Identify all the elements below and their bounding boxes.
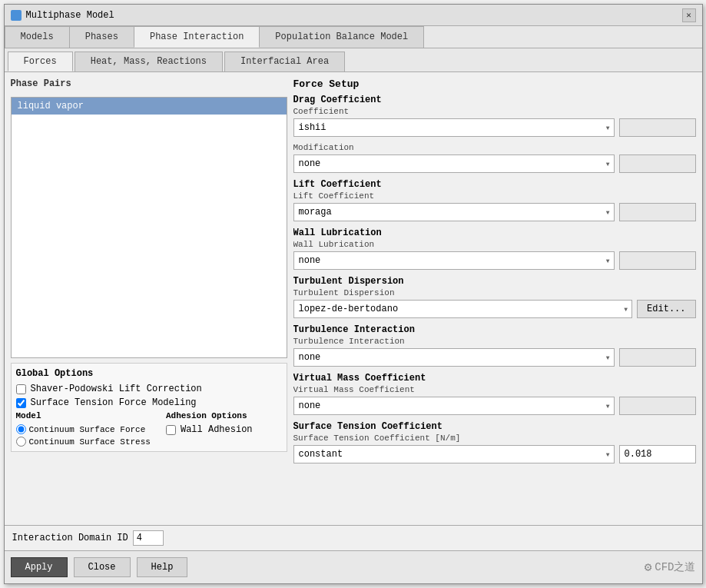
virtual-mass-row: none — [293, 397, 696, 415]
adhesion-section: Adhesion Options Wall Adhesion — [166, 411, 253, 447]
virtual-mass-title: Virtual Mass Coefficient — [293, 373, 696, 384]
model-section: Model Continuum Surface Force Continuum … — [16, 411, 151, 447]
virtual-mass-section: Virtual Mass Coefficient Virtual Mass Co… — [293, 373, 696, 415]
wall-adhesion-checkbox[interactable] — [166, 425, 176, 435]
phase-pairs-label: Phase Pairs — [11, 78, 287, 89]
modification-subtitle: Modification — [293, 143, 696, 152]
force-setup-title: Force Setup — [293, 78, 696, 90]
wall-adhesion-label: Wall Adhesion — [181, 424, 253, 435]
interaction-domain-label: Interaction Domain ID — [12, 533, 128, 543]
watermark-icon: ⚙ — [645, 560, 652, 575]
modification-section: Modification none — [293, 143, 696, 173]
tab-models[interactable]: Models — [5, 26, 70, 48]
drag-coefficient-select[interactable]: none ishii schiller-naumann morsi-alexan… — [293, 118, 615, 137]
virtual-mass-select[interactable]: none — [293, 397, 615, 415]
continuum-surface-stress-radio[interactable] — [16, 437, 26, 447]
surface-tension-title: Surface Tension Coefficient — [293, 421, 696, 432]
turbulence-interaction-input[interactable] — [619, 348, 696, 367]
drag-coefficient-section: Drag Coefficient Coefficient none ishii … — [293, 95, 696, 137]
turbulent-dispersion-select[interactable]: none lopez-de-bertodano simonin — [293, 300, 633, 318]
surface-tension-value-input[interactable] — [619, 445, 696, 463]
surface-tension-force-label: Surface Tension Force Modeling — [31, 397, 197, 408]
wall-lubrication-title: Wall Lubrication — [293, 228, 696, 238]
phase-pair-item-liquid-vapor[interactable]: liquid vapor — [12, 98, 287, 115]
sub-tab-bar: Forces Heat, Mass, Reactions Interfacial… — [5, 48, 702, 72]
turbulent-dispersion-edit-button[interactable]: Edit... — [637, 300, 695, 318]
left-panel: Phase Pairs liquid vapor Global Options … — [11, 78, 287, 519]
wall-lubrication-input[interactable] — [619, 251, 696, 270]
lift-coefficient-row: none moraga legendre-magnaudet — [293, 203, 696, 221]
shaver-podowski-label: Shaver-Podowski Lift Correction — [31, 384, 202, 394]
surface-tension-subtitle: Surface Tension Coefficient [N/m] — [293, 434, 696, 443]
virtual-mass-subtitle: Virtual Mass Coefficient — [293, 385, 696, 394]
adhesion-section-title: Adhesion Options — [166, 411, 253, 420]
action-buttons-bar: Apply Close Help ⚙ CFD之道 — [5, 550, 702, 583]
phase-pairs-list: liquid vapor — [11, 97, 287, 358]
turbulent-dispersion-subtitle: Turbulent Dispersion — [293, 288, 696, 297]
wall-lubrication-section: Wall Lubrication Wall Lubrication none a… — [293, 228, 696, 270]
interaction-domain-input[interactable] — [133, 530, 164, 546]
global-options-panel: Global Options Shaver-Podowski Lift Corr… — [11, 363, 287, 452]
subtab-interfacial-area[interactable]: Interfacial Area — [224, 51, 345, 71]
continuum-surface-stress-row: Continuum Surface Stress — [16, 437, 151, 447]
tab-phase-interaction[interactable]: Phase Interaction — [134, 26, 260, 48]
lift-coefficient-select[interactable]: none moraga legendre-magnaudet — [293, 203, 615, 221]
model-section-title: Model — [16, 411, 151, 420]
turbulence-interaction-row: none — [293, 348, 696, 367]
subtab-heat-mass[interactable]: Heat, Mass, Reactions — [75, 51, 223, 71]
model-adhesion-row: Model Continuum Surface Force Continuum … — [16, 411, 282, 447]
turbulence-interaction-subtitle: Turbulence Interaction — [293, 337, 696, 346]
drag-coefficient-row: none ishii schiller-naumann morsi-alexan… — [293, 118, 696, 137]
subtab-forces[interactable]: Forces — [8, 51, 73, 71]
turbulent-dispersion-title: Turbulent Dispersion — [293, 276, 696, 287]
modification-input[interactable] — [619, 154, 696, 173]
wall-lubrication-row: none antal — [293, 251, 696, 270]
drag-coefficient-select-wrapper: none ishii schiller-naumann morsi-alexan… — [293, 118, 615, 137]
surface-tension-force-checkbox[interactable] — [16, 398, 26, 408]
turbulence-interaction-select[interactable]: none — [293, 348, 615, 367]
force-setup-scroll: Drag Coefficient Coefficient none ishii … — [293, 95, 696, 519]
lift-coefficient-select-wrapper: none moraga legendre-magnaudet — [293, 203, 615, 221]
wall-adhesion-row: Wall Adhesion — [166, 424, 253, 435]
drag-coefficient-title: Drag Coefficient — [293, 95, 696, 105]
continuum-surface-force-radio[interactable] — [16, 424, 26, 434]
wall-lubrication-select-wrapper: none antal — [293, 251, 615, 270]
help-button[interactable]: Help — [137, 557, 188, 577]
interaction-domain-row: Interaction Domain ID — [12, 530, 164, 546]
wall-lubrication-select[interactable]: none antal — [293, 251, 615, 270]
lift-coefficient-section: Lift Coefficient Lift Coefficient none m… — [293, 179, 696, 221]
turbulence-interaction-title: Turbulence Interaction — [293, 324, 696, 335]
modification-select-wrapper: none — [293, 154, 615, 173]
modification-row: none — [293, 154, 696, 173]
surface-tension-row: constant user-defined — [293, 445, 696, 463]
title-bar-left: Multiphase Model — [11, 10, 114, 21]
surface-tension-force-row: Surface Tension Force Modeling — [16, 397, 282, 408]
app-icon — [11, 10, 22, 21]
lift-coefficient-input[interactable] — [619, 203, 696, 221]
virtual-mass-input[interactable] — [619, 397, 696, 415]
watermark: ⚙ CFD之道 — [645, 560, 696, 575]
drag-coefficient-subtitle: Coefficient — [293, 107, 696, 116]
close-button[interactable]: Close — [74, 557, 131, 577]
continuum-surface-stress-label: Continuum Surface Stress — [29, 437, 151, 447]
window-title: Multiphase Model — [26, 10, 114, 21]
turbulence-interaction-section: Turbulence Interaction Turbulence Intera… — [293, 324, 696, 367]
lift-coefficient-subtitle: Lift Coefficient — [293, 191, 696, 201]
apply-button[interactable]: Apply — [11, 557, 68, 577]
main-window: Multiphase Model ✕ Models Phases Phase I… — [4, 4, 703, 584]
close-window-button[interactable]: ✕ — [682, 8, 696, 22]
modification-select[interactable]: none — [293, 154, 615, 173]
surface-tension-select[interactable]: constant user-defined — [293, 445, 615, 463]
bottom-bar: Interaction Domain ID — [5, 525, 702, 550]
right-panel: Force Setup Drag Coefficient Coefficient… — [293, 78, 696, 519]
shaver-podowski-row: Shaver-Podowski Lift Correction — [16, 384, 282, 394]
top-tab-bar: Models Phases Phase Interaction Populati… — [5, 26, 702, 48]
tab-phases[interactable]: Phases — [69, 26, 134, 48]
shaver-podowski-checkbox[interactable] — [16, 384, 26, 394]
turbulence-interaction-select-wrapper: none — [293, 348, 615, 367]
global-options-title: Global Options — [16, 368, 282, 379]
drag-coefficient-input[interactable] — [619, 118, 696, 137]
tab-population-balance[interactable]: Population Balance Model — [259, 26, 424, 48]
turbulent-dispersion-row: none lopez-de-bertodano simonin Edit... — [293, 300, 696, 318]
virtual-mass-select-wrapper: none — [293, 397, 615, 415]
